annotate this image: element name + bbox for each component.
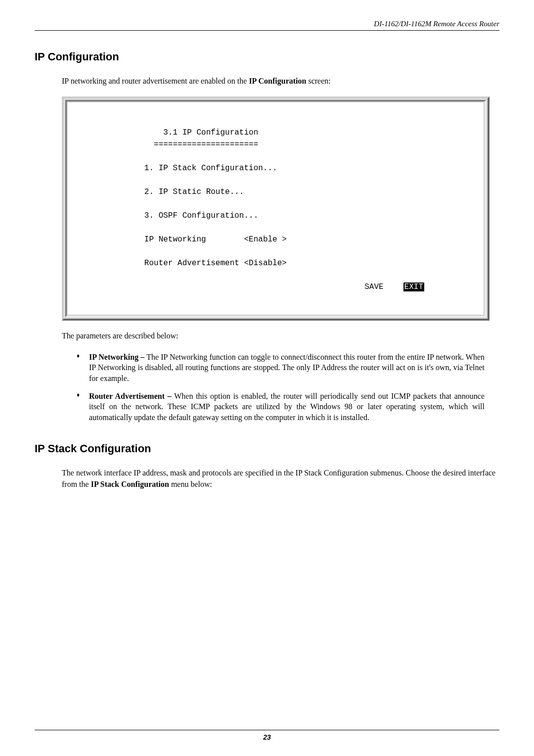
term-router-adv-row[interactable]: Router Advertisement <Disable> [83, 259, 287, 268]
term-title: 3.1 IP Configuration [83, 128, 258, 137]
header-product: DI-1162/DI-1162M Remote Access Router [35, 20, 499, 28]
bullet-ip-networking: IP Networking – The IP Networking functi… [77, 352, 485, 384]
terminal-window: 3.1 IP Configuration ===================… [62, 96, 490, 321]
header-rule [35, 30, 499, 31]
ip-stack-post: menu below: [169, 480, 212, 488]
param-list: IP Networking – The IP Networking functi… [77, 352, 485, 423]
term-divider: ====================== [83, 140, 258, 149]
page-footer: 23 [35, 730, 499, 741]
term-menu-ip-static-route[interactable]: 2. IP Static Route... [83, 188, 244, 196]
term-menu-ip-stack[interactable]: 1. IP Stack Configuration... [83, 164, 277, 173]
terminal-frame: 3.1 IP Configuration ===================… [65, 100, 486, 317]
ip-stack-bold: IP Stack Configuration [91, 480, 169, 488]
params-intro: The parameters are described below: [62, 331, 499, 341]
ip-config-intro: IP networking and router advertisement a… [62, 76, 499, 87]
term-menu-ospf[interactable]: 3. OSPF Configuration... [83, 211, 258, 220]
terminal-footer: SAVEEXIT [326, 269, 424, 305]
bullet-router-adv: Router Advertisement – When this option … [77, 391, 485, 423]
section-ip-stack-title: IP Stack Configuration [35, 442, 499, 455]
section-ip-configuration-title: IP Configuration [35, 50, 499, 63]
terminal-content: 3.1 IP Configuration ===================… [68, 102, 484, 315]
term-ip-networking-row[interactable]: IP Networking <Enable > [83, 235, 287, 244]
intro-bold: IP Configuration [249, 77, 306, 85]
bullet-ip-networking-label: IP Networking – [89, 353, 144, 361]
ip-stack-intro: The network interface IP address, mask a… [62, 468, 499, 490]
page-number: 23 [35, 733, 499, 741]
intro-post: screen: [306, 77, 330, 85]
bullet-router-adv-label: Router Advertisement – [89, 392, 172, 400]
intro-pre: IP networking and router advertisement a… [62, 77, 249, 85]
bullet-ip-networking-text: The IP Networking function can toggle to… [89, 353, 485, 382]
save-button[interactable]: SAVE [364, 283, 383, 291]
exit-button[interactable]: EXIT [403, 283, 424, 291]
footer-rule [35, 730, 499, 730]
